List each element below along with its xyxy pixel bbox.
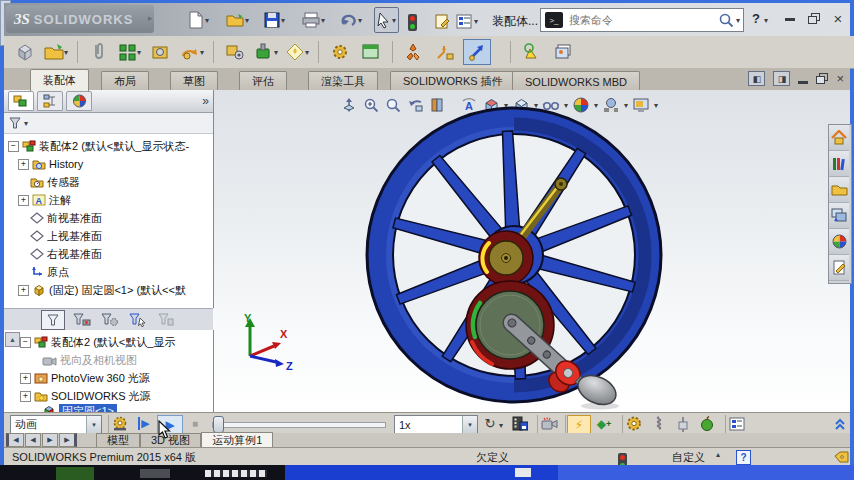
tree-item-origin[interactable]: 原点: [14, 264, 69, 280]
insert-component-button[interactable]: [12, 40, 38, 64]
design-library-tab[interactable]: [829, 151, 849, 177]
motion-gear-button[interactable]: [327, 40, 353, 64]
appearances-scenes-tab[interactable]: [829, 229, 849, 255]
save-animation-button[interactable]: [510, 415, 530, 432]
custom-properties-tab[interactable]: [829, 255, 849, 281]
upper-pulley[interactable]: [489, 241, 523, 275]
panel-overflow-button[interactable]: »: [202, 94, 209, 108]
filter-dropdown[interactable]: ▾: [24, 119, 28, 128]
playback-speed-combobox[interactable]: 1x ▾: [394, 415, 478, 434]
property-manager-tab[interactable]: [37, 91, 63, 111]
filter-animated-button[interactable]: [71, 311, 93, 329]
tab-solidworks-addins[interactable]: SOLIDWORKS 插件: [390, 71, 516, 91]
filter-selected-button[interactable]: [127, 311, 149, 329]
tree-item-right-plane[interactable]: 右视基准面: [14, 246, 102, 262]
configuration-manager-tab[interactable]: [66, 91, 92, 111]
nav-next-tab-button[interactable]: ▶: [42, 433, 58, 447]
search-input[interactable]: [567, 13, 718, 27]
autokey-button[interactable]: ⚡: [567, 415, 591, 434]
spring-button[interactable]: [649, 415, 669, 432]
file-properties-button[interactable]: [432, 9, 452, 33]
expand-toggle[interactable]: +: [18, 285, 29, 296]
tree-item-assembly-root[interactable]: − 装配体2 (默认<默认_显示状态-: [4, 138, 189, 154]
motion-tree-root[interactable]: − 装配体2 (默认<默认_显示: [16, 334, 175, 350]
tab-layout[interactable]: 布局: [101, 71, 149, 91]
feature-manager-tab[interactable]: [8, 91, 34, 111]
tree-item-top-plane[interactable]: 上视基准面: [14, 228, 102, 244]
motor-button[interactable]: [624, 415, 644, 432]
tag-icon[interactable]: [834, 451, 849, 463]
solidworks-resources-tab[interactable]: [829, 125, 849, 151]
filter-all-button[interactable]: [41, 310, 65, 330]
options-button[interactable]: ▾: [454, 9, 480, 33]
select-tool-button[interactable]: ▾: [374, 7, 399, 33]
tree-item-annotations[interactable]: + A 注解: [14, 192, 71, 208]
reference-geometry-button[interactable]: ▾: [284, 40, 310, 64]
quick-tips-button[interactable]: ?: [736, 450, 751, 465]
animation-wizard-button[interactable]: [539, 415, 559, 432]
filter-results-button[interactable]: [155, 311, 177, 329]
mate-button[interactable]: [86, 40, 112, 64]
expand-toggle[interactable]: −: [8, 141, 19, 152]
calculate-motion-button[interactable]: [110, 415, 130, 432]
doc-restore-button[interactable]: [816, 73, 828, 84]
interference-detection-button[interactable]: [519, 40, 545, 64]
new-window-button[interactable]: [358, 40, 384, 64]
insert-from-file-button[interactable]: ▾: [43, 40, 69, 64]
doc-minimize-button[interactable]: [798, 81, 808, 84]
file-explorer-tab[interactable]: [829, 177, 849, 203]
study-type-combobox[interactable]: 动画 ▾: [10, 415, 102, 434]
expand-toggle[interactable]: +: [18, 159, 29, 170]
motion-study-properties-button[interactable]: [727, 415, 747, 432]
damper-button[interactable]: [673, 415, 693, 432]
doc-close-button[interactable]: ×: [836, 71, 844, 86]
timeline-slider-track[interactable]: [212, 422, 386, 428]
nav-prev-tab-button[interactable]: ◀: [25, 433, 41, 447]
open-document-button[interactable]: ▾: [224, 8, 251, 32]
model-tab[interactable]: 模型: [96, 433, 140, 447]
customize-menu[interactable]: 自定义: [672, 450, 705, 465]
expand-toggle[interactable]: +: [20, 373, 31, 384]
explode-line-sketch-button[interactable]: [432, 40, 458, 64]
logo-chevron-icon[interactable]: ▸: [148, 13, 153, 23]
motion-tree-camera-views[interactable]: 视向及相机视图: [26, 352, 137, 368]
rebuild-button[interactable]: [408, 11, 417, 31]
nav-first-tab-button[interactable]: ◀: [6, 433, 24, 447]
timeline-slider-thumb[interactable]: [213, 416, 224, 433]
smart-fasteners-button[interactable]: [148, 40, 174, 64]
customize-caret-icon[interactable]: ▴: [716, 450, 720, 459]
show-hidden-components-button[interactable]: [222, 40, 248, 64]
instant3d-button[interactable]: [463, 39, 491, 65]
search-dropdown[interactable]: ▾: [736, 16, 740, 25]
help-dropdown[interactable]: ▾: [764, 16, 768, 25]
nav-last-tab-button[interactable]: ▶: [59, 433, 77, 447]
help-button[interactable]: ?: [752, 11, 760, 26]
tab-sketch[interactable]: 草图: [170, 71, 218, 91]
search-box[interactable]: >_ ▾: [540, 8, 744, 32]
tree-scroll-up-button[interactable]: ▲: [5, 332, 20, 347]
restore-button[interactable]: [804, 10, 824, 26]
print-button[interactable]: ▾: [300, 8, 327, 32]
expand-toggle[interactable]: +: [18, 195, 29, 206]
new-document-button[interactable]: ▾: [186, 8, 211, 32]
combo-dropdown-icon[interactable]: ▾: [86, 416, 101, 433]
stop-button[interactable]: ■: [186, 415, 204, 432]
undo-button[interactable]: ▾: [338, 8, 364, 32]
tree-item-fixed-part[interactable]: + (固定) 固定圆<1> (默认<<默: [14, 282, 186, 298]
expand-toggle[interactable]: −: [20, 337, 31, 348]
linear-component-pattern-button[interactable]: ▾: [117, 40, 143, 64]
motion-tree-selected-component[interactable]: 固定圆<1>: [26, 403, 117, 412]
motion-tree-photoview-lights[interactable]: + PhotoView 360 光源: [16, 370, 150, 386]
take-snapshot-button[interactable]: [550, 40, 576, 64]
view-palette-tab[interactable]: [829, 203, 849, 229]
add-key-button[interactable]: ◆+: [594, 415, 614, 432]
tab-solidworks-mbd[interactable]: SOLIDWORKS MBD: [512, 71, 640, 91]
motion-study-tab[interactable]: 运动算例1: [201, 432, 273, 447]
minimize-button[interactable]: [780, 11, 800, 27]
tab-assembly[interactable]: 装配体: [30, 69, 89, 91]
expand-toggle[interactable]: +: [20, 391, 31, 402]
collapse-pane-left-button[interactable]: ◧: [748, 71, 765, 86]
tab-render-tools[interactable]: 渲染工具: [308, 71, 378, 91]
move-component-button[interactable]: ▾: [179, 40, 205, 64]
search-icon[interactable]: [718, 12, 734, 28]
